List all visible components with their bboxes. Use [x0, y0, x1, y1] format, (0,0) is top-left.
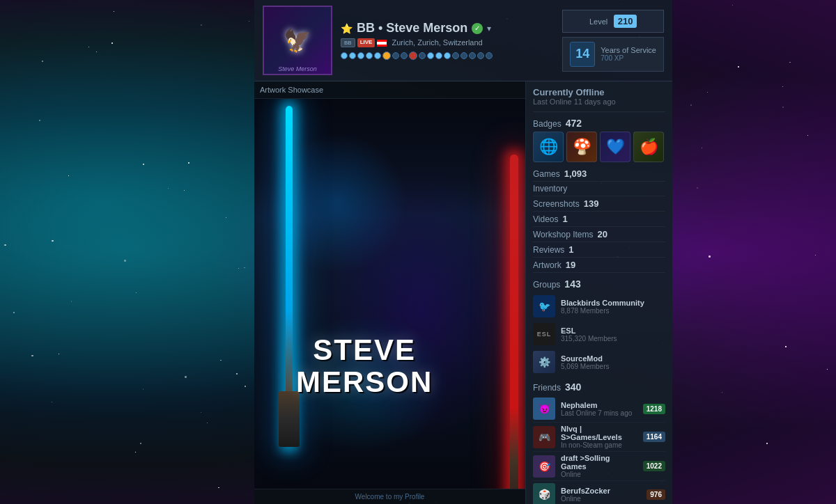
avatar: 🦅 Steve Merson: [263, 6, 332, 75]
group-esl[interactable]: ESL ESL 315,320 Members: [533, 320, 665, 348]
chevron-down-icon[interactable]: ▾: [487, 24, 491, 33]
xp-bar-row: [341, 52, 554, 60]
friend-berufszocker-level: 976: [647, 489, 665, 500]
xp-dot: [444, 52, 451, 59]
flag-icon: [377, 40, 387, 47]
group-esl-info: ESL 315,320 Members: [561, 326, 617, 342]
group-sourcemod-info: SourceMod 5,069 Members: [561, 354, 609, 370]
xp-dot: [452, 52, 459, 59]
xp-dot: [374, 52, 381, 59]
friend-nephalem-info: Nephalem Last Online 7 mins ago: [561, 401, 637, 417]
artwork-artist-name: STEVE MERSON: [296, 334, 433, 398]
friend-draft[interactable]: 🎯 draft >Solling Games Online 1022: [533, 452, 665, 481]
friend-draft-name: draft >Solling Games: [561, 454, 637, 471]
games-count: 1,093: [564, 168, 587, 179]
verified-icon: ✓: [472, 23, 483, 34]
group-sourcemod-name: SourceMod: [561, 354, 609, 363]
badges-count: 472: [566, 118, 582, 129]
right-sidebar: Currently Offline Last Online 11 days ag…: [526, 81, 672, 504]
status-label: Currently Offline: [533, 87, 665, 97]
stat-screenshots[interactable]: Screenshots 139: [533, 196, 665, 212]
workshop-label: Workshop Items: [533, 230, 593, 239]
screenshots-label: Screenshots: [533, 199, 580, 209]
group-sourcemod[interactable]: ⚙️ SourceMod 5,069 Members: [533, 348, 665, 376]
friend-berufszocker[interactable]: 🎲 BerufsZocker Online 976: [533, 481, 665, 504]
badges-section-header: Badges 472: [533, 118, 665, 129]
xp-dot: [341, 52, 348, 59]
years-number: 14: [570, 42, 595, 67]
friend-nlvq-avatar: 🎮: [533, 426, 555, 448]
friend-nlvq[interactable]: 🎮 Nlvq | S>Games/Levels In non-Steam gam…: [533, 423, 665, 452]
xp-dot: [486, 52, 493, 59]
friend-nephalem[interactable]: 😈 Nephalem Last Online 7 mins ago 1218: [533, 395, 665, 423]
avatar-label: Steve Merson: [264, 65, 331, 72]
location-text: Zurich, Zurich, Switzerland: [377, 38, 482, 47]
groups-label: Groups: [533, 280, 560, 290]
artwork-showcase-title: Artwork Showcase: [254, 81, 525, 99]
divider: [533, 111, 665, 112]
stat-workshop[interactable]: Workshop Items 20: [533, 227, 665, 242]
group-blackbirds-info: Blackbirds Community 8,878 Members: [561, 299, 644, 315]
friend-nlvq-name: Nlvq | S>Games/Levels: [561, 425, 637, 441]
videos-count: 1: [562, 214, 567, 224]
friend-nephalem-avatar: 😈: [533, 397, 555, 420]
lightsaber-left: [286, 106, 293, 447]
friend-draft-status: Online: [561, 471, 637, 478]
level-badge: Level 210: [562, 10, 664, 33]
profile-badges-row: BB LIVE Zurich, Zurich, Switzerland: [341, 38, 554, 47]
group-sourcemod-members: 5,069 Members: [561, 363, 609, 370]
stat-inventory[interactable]: Inventory: [533, 182, 665, 196]
badge-icons-row: 🌐 🍄 💙 🍎: [533, 132, 665, 162]
xp-dot: [460, 52, 467, 59]
xp-dot: [357, 52, 364, 59]
artwork-image: STEVE MERSON: [254, 99, 525, 489]
workshop-count: 20: [597, 229, 607, 239]
live-badge: LIVE: [357, 38, 376, 47]
years-xp: 700 XP: [601, 54, 656, 62]
years-info: Years of Service 700 XP: [601, 46, 656, 62]
xp-dot: [435, 52, 442, 59]
stat-reviews[interactable]: Reviews 1: [533, 242, 665, 258]
friend-nlvq-level: 1164: [643, 432, 665, 442]
group-esl-name: ESL: [561, 326, 617, 335]
friend-berufszocker-info: BerufsZocker Online: [561, 487, 641, 503]
stat-games[interactable]: Games 1,093: [533, 166, 665, 182]
inventory-label: Inventory: [533, 184, 567, 194]
badge-icon[interactable]: 🍄: [566, 132, 597, 162]
badges-label: Badges: [533, 119, 562, 129]
xp-dot: [349, 52, 356, 59]
xp-dot: [392, 52, 399, 59]
friend-nlvq-info: Nlvq | S>Games/Levels In non-Steam game: [561, 425, 637, 449]
last-online-text: Last Online 11 days ago: [533, 97, 665, 106]
friend-draft-level: 1022: [643, 461, 665, 471]
friends-section-header: Friends 340: [533, 381, 665, 393]
group-blackbirds-members: 8,878 Members: [561, 307, 644, 315]
group-sourcemod-icon: ⚙️: [533, 351, 555, 373]
groups-count: 143: [564, 278, 580, 290]
name-row: ⭐ BB • Steve Merson ✓ ▾: [341, 21, 554, 36]
stat-artwork[interactable]: Artwork 19: [533, 258, 665, 273]
group-esl-members: 315,320 Members: [561, 335, 617, 342]
friend-nephalem-status: Last Online 7 mins ago: [561, 409, 637, 417]
lightsaber-right: [510, 155, 518, 489]
videos-label: Videos: [533, 214, 558, 224]
group-blackbirds-name: Blackbirds Community: [561, 299, 644, 307]
badge-icon[interactable]: 💙: [600, 132, 630, 162]
friend-nephalem-name: Nephalem: [561, 401, 637, 409]
reviews-label: Reviews: [533, 245, 564, 255]
profile-info: ⭐ BB • Steve Merson ✓ ▾ BB LIVE Zurich, …: [341, 21, 554, 60]
group-blackbirds[interactable]: 🐦 Blackbirds Community 8,878 Members: [533, 292, 665, 320]
xp-dot: [401, 52, 408, 59]
groups-section-header: Groups 143: [533, 278, 665, 290]
reviews-count: 1: [568, 244, 573, 255]
artwork-count: 19: [566, 260, 575, 270]
badge-icon[interactable]: 🍎: [633, 132, 664, 162]
main-section: Artwork Showcase STEVE MERSON Welcome to…: [254, 81, 672, 504]
stat-videos[interactable]: Videos 1: [533, 212, 665, 227]
profile-content: 🦅 Steve Merson ⭐ BB • Steve Merson ✓ ▾ B…: [254, 0, 672, 504]
xp-dot: [469, 52, 476, 59]
xp-dot: [427, 52, 434, 59]
badge-icon[interactable]: 🌐: [533, 132, 564, 162]
profile-username[interactable]: BB • Steve Merson: [357, 21, 467, 36]
friend-draft-info: draft >Solling Games Online: [561, 454, 637, 478]
